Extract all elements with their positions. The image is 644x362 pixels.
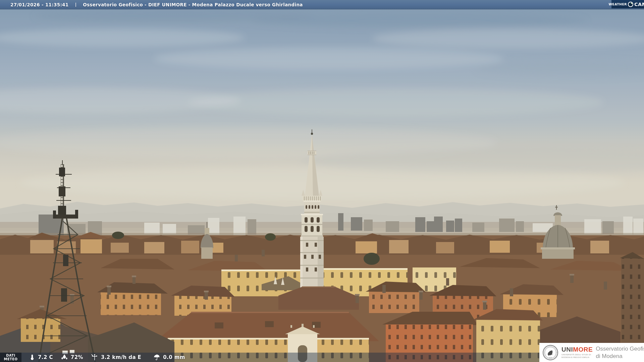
anemometer-icon xyxy=(91,354,99,361)
unimore-logo-block: UNIMORE UNIVERSITÀ DEGLI STUDI DI MODENA… xyxy=(561,346,593,359)
unimore-subtitle-line1: UNIVERSITÀ DEGLI STUDI DI xyxy=(561,354,593,356)
unimore-wordmark-uni: UNI xyxy=(561,346,573,353)
observatory-name: Osservatorio Geofisico di Modena xyxy=(596,345,644,360)
wind-value: 3.2 km/h da E xyxy=(101,354,141,360)
header-bar: 27/01/2026 - 11:35:41 | Osservatorio Geo… xyxy=(0,0,644,9)
wind-reading: 3.2 km/h da E xyxy=(91,354,141,361)
observatory-name-line1: Osservatorio Geofisico xyxy=(596,345,644,352)
dati-meteo-label: DATI METEO xyxy=(0,353,21,362)
unimore-subtitle-line2: MODENA E REGGIO EMILIA xyxy=(561,356,593,359)
dati-line2: METEO xyxy=(4,357,18,361)
unimore-seal-icon: 1175 xyxy=(542,345,558,361)
page-title: Osservatorio Geofisico - DIEF UNIMORE - … xyxy=(83,2,303,7)
rain-value: 0.0 mm xyxy=(163,354,185,360)
observatory-name-line2: di Modena xyxy=(596,353,644,360)
thermometer-icon xyxy=(29,354,36,361)
timestamp: 27/01/2026 - 11:35:41 xyxy=(10,2,68,7)
unimore-branding-box: 1175 UNIMORE UNIVERSITÀ DEGLI STUDI DI M… xyxy=(539,343,644,362)
unimore-subtitle: UNIVERSITÀ DEGLI STUDI DI MODENA E REGGI… xyxy=(561,354,593,359)
rain-reading: 0.0 mm xyxy=(153,354,185,361)
unimore-wordmark-more: MORE xyxy=(573,346,593,353)
umbrella-icon xyxy=(153,354,161,361)
seal-year: 1175 xyxy=(549,357,552,358)
unimore-wordmark: UNIMORE xyxy=(561,346,593,353)
weathercam-logo[interactable]: WEATHER CAM xyxy=(611,0,644,8)
color-grade xyxy=(0,0,644,362)
temperature-value: 7.2 C xyxy=(38,354,53,360)
dati-line1: DATI xyxy=(6,354,15,358)
camera-lens-icon xyxy=(628,2,633,7)
humidity-drops-icon xyxy=(60,354,68,361)
webcam-view: 27/01/2026 - 11:35:41 | Osservatorio Geo… xyxy=(0,0,644,362)
humidity-reading: 72% xyxy=(60,354,83,361)
separator: | xyxy=(75,2,76,7)
temperature-reading: 7.2 C xyxy=(29,354,53,361)
weathercam-word-cam: CAM xyxy=(634,2,644,7)
humidity-value: 72% xyxy=(71,354,83,360)
webcam-image xyxy=(0,0,644,362)
weathercam-word-weather: WEATHER xyxy=(608,2,627,6)
